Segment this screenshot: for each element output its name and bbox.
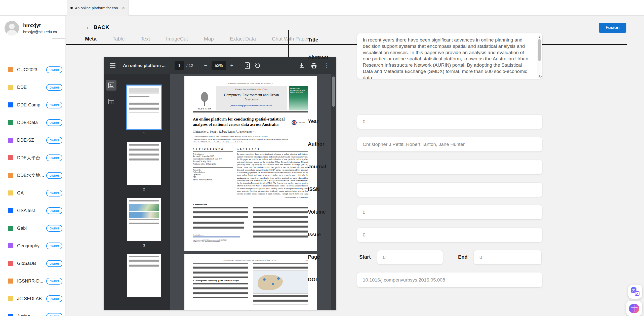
project-label: GSA test xyxy=(17,208,35,213)
sidebar-item-Juxing[interactable]: Juxingowner xyxy=(0,307,66,316)
sidebar-item-Geography[interactable]: Geographyowner xyxy=(0,237,66,255)
project-label: DDE xyxy=(17,85,27,90)
page-number-input[interactable]: 1 xyxy=(175,61,184,70)
sidebar-item-DDE水文地...[interactable]: DDE水文地...owner xyxy=(0,167,66,184)
project-color-swatch xyxy=(8,67,13,72)
project-label: Geography xyxy=(17,243,39,249)
menu-icon[interactable] xyxy=(110,63,115,68)
keywords: Online platformOpen dataGISSpatial-stati… xyxy=(193,171,233,181)
keyword-line: Open data xyxy=(193,174,233,176)
scroll-up-icon[interactable]: ▲ xyxy=(537,35,542,39)
rotate-icon[interactable] xyxy=(255,63,261,69)
sidebar-item-DDE[interactable]: DDEowner xyxy=(0,78,66,96)
page-start-input[interactable]: 0 xyxy=(377,250,443,264)
keyword-line: Spatial-statistical analysis xyxy=(193,179,233,181)
page-end-input[interactable]: 0 xyxy=(474,250,541,264)
sidebar-divider xyxy=(52,38,65,39)
zoom-in-icon[interactable]: + xyxy=(229,62,235,69)
homepage-link[interactable]: www.elsevier.com/locate/ceus xyxy=(247,104,272,107)
author-input[interactable]: Christopher J Pettit, Robert Tanton, Jan… xyxy=(357,137,542,151)
page-thumbnail-4[interactable] xyxy=(127,254,161,297)
contents-label: Contents lists available at xyxy=(235,88,256,91)
sidebar-item-Gabi[interactable]: Gabiowner xyxy=(0,219,66,237)
elsevier-tree-icon xyxy=(200,92,209,107)
zoom-level[interactable]: 53% xyxy=(212,61,226,70)
sidebar-item-JC SEDLAB[interactable]: JC SEDLABowner xyxy=(0,290,66,307)
project-label: DDE-SZ xyxy=(17,138,34,143)
thumbnails-view-icon[interactable] xyxy=(106,80,116,91)
page-thumbnail-3[interactable] xyxy=(127,198,161,241)
project-color-swatch xyxy=(8,173,13,178)
back-label: BACK xyxy=(94,24,109,30)
tab-map[interactable]: Map xyxy=(204,36,214,44)
field-label-issn: ISSN xyxy=(308,186,320,192)
journal-input[interactable] xyxy=(357,160,542,174)
ai-assistant-fab[interactable] xyxy=(626,301,642,316)
fit-page-icon[interactable] xyxy=(245,62,250,69)
page-start-label: Start xyxy=(359,254,371,260)
back-button[interactable]: ← BACK xyxy=(86,24,109,30)
sidebar-item-DDE-Camp[interactable]: DDE-Campowner xyxy=(0,96,66,114)
tab-text[interactable]: Text xyxy=(141,36,150,44)
resize-handle[interactable] xyxy=(538,75,542,78)
sciencedirect-link[interactable]: ScienceDirect xyxy=(256,88,268,91)
tab-table[interactable]: Table xyxy=(113,36,125,44)
abstract-textarea[interactable]: In recent years there have been signific… xyxy=(357,34,542,79)
keyword-line: Online platform xyxy=(193,171,233,174)
user-profile[interactable]: hnxxjyt hnxxjyt@sjtu.edu.cn xyxy=(5,21,57,35)
elsevier-label: ELSEVIER xyxy=(197,107,211,110)
sidebar-item-DDE-SZ[interactable]: DDE-SZowner xyxy=(0,131,66,149)
sidebar-item-IGSNRR-D...[interactable]: IGSNRR-D...owner xyxy=(0,272,66,290)
close-tab-icon[interactable]: ✕ xyxy=(122,6,125,10)
zoom-out-icon[interactable]: − xyxy=(203,62,209,69)
email-footnote: E-mail addresses: xyxy=(193,234,248,236)
tab-meta[interactable]: Meta xyxy=(85,36,97,44)
field-label-page: Page xyxy=(308,254,320,260)
abstract-scrollbar-thumb[interactable] xyxy=(538,39,541,61)
tab-imagecut[interactable]: ImageCut xyxy=(166,36,188,44)
year-input[interactable]: 0 xyxy=(357,115,542,129)
project-color-swatch xyxy=(8,279,13,284)
text-lines xyxy=(193,207,248,219)
text-lines xyxy=(193,221,244,231)
outline-view-icon[interactable] xyxy=(106,96,116,107)
text-lines xyxy=(193,263,248,278)
volume-input[interactable]: 0 xyxy=(357,205,542,219)
thumbnail-page-number: 3 xyxy=(143,243,145,247)
project-label: DDE大平台... xyxy=(17,155,44,161)
page-thumbnail-2[interactable] xyxy=(127,142,161,185)
project-color-swatch xyxy=(8,120,13,125)
pdf-sidebar-rail xyxy=(104,74,118,310)
translate-fab[interactable]: 文 A xyxy=(628,285,642,299)
sidebar-item-CUG2023[interactable]: CUG2023owner xyxy=(0,61,66,78)
project-label: Gabi xyxy=(17,226,27,231)
project-label: GloSaDB xyxy=(17,261,36,266)
owner-badge: owner xyxy=(46,84,62,91)
sidebar-item-GA[interactable]: GAowner xyxy=(0,184,66,202)
abstract-scrollbar[interactable]: ▲ ▼ xyxy=(537,35,541,78)
page-thumbnail-1[interactable] xyxy=(127,86,161,129)
sidebar-item-DDE大平台...[interactable]: DDE大平台...owner xyxy=(0,149,66,167)
sidebar-item-GSA test[interactable]: GSA testowner xyxy=(0,202,66,219)
abstract-text: In recent years there have been signific… xyxy=(363,37,528,79)
keyword-line: GIS xyxy=(193,176,233,179)
article-history: Received 1 November 2015Received in revi… xyxy=(193,155,233,165)
issue-input[interactable]: 0 xyxy=(357,228,542,242)
email-lines xyxy=(193,236,240,238)
document-tab[interactable]: An online platform for con.. ✕ xyxy=(67,0,129,16)
back-arrow-icon: ← xyxy=(86,24,91,30)
project-color-swatch xyxy=(8,261,13,266)
thumbnail-panel: 1 2 3 xyxy=(118,74,170,310)
field-label-volume: Volume xyxy=(308,209,326,215)
sidebar: hnxxjyt hnxxjyt@sjtu.edu.cn CUG2023owner… xyxy=(0,16,66,316)
article-info-header: A R T I C L E I N F O xyxy=(193,148,233,150)
issn-input[interactable] xyxy=(357,183,542,197)
sidebar-item-GloSaDB[interactable]: GloSaDBowner xyxy=(0,255,66,272)
user-email: hnxxjyt@sjtu.edu.cn xyxy=(23,30,57,34)
tab-extact-data[interactable]: Extact Data xyxy=(230,36,256,44)
sidebar-item-DDE-Data[interactable]: DDE-Dataowner xyxy=(0,114,66,131)
project-color-swatch xyxy=(8,226,13,231)
thumbnail-page-number: 1 xyxy=(143,131,145,135)
doi-input[interactable]: 10.1016/j.compenvurbsys.2016.05.008 xyxy=(357,272,542,287)
field-label-title: Title xyxy=(308,37,318,43)
